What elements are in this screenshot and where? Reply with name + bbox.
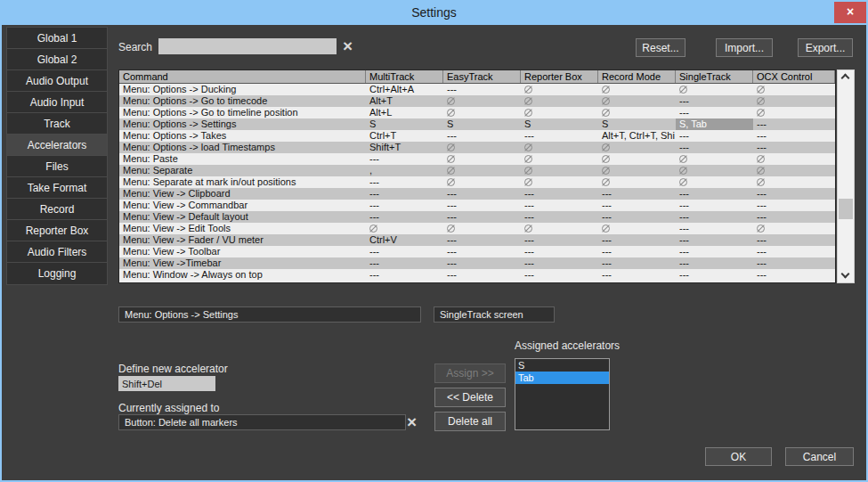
reset-button[interactable]: Reset... xyxy=(636,38,685,57)
table-cell[interactable]: Menu: Window -> Always on top xyxy=(119,269,366,281)
table-cell[interactable]: --- xyxy=(443,211,521,223)
assign-button[interactable]: Assign >> xyxy=(434,364,506,383)
table-cell[interactable]: --- xyxy=(521,200,598,211)
table-cell[interactable]: --- xyxy=(366,153,443,165)
table-cell[interactable]: --- xyxy=(443,188,521,200)
table-cell[interactable] xyxy=(676,84,753,95)
table-cell[interactable] xyxy=(598,223,676,234)
table-scrollbar[interactable] xyxy=(837,69,855,283)
table-cell[interactable]: --- xyxy=(753,234,835,246)
table-cell[interactable]: --- xyxy=(366,269,443,281)
table-cell[interactable]: --- xyxy=(676,130,753,142)
delete-button[interactable]: << Delete xyxy=(434,388,506,407)
define-accelerator-input[interactable] xyxy=(118,376,215,391)
table-cell[interactable]: --- xyxy=(598,246,676,257)
table-cell[interactable]: Alt+T xyxy=(366,95,443,107)
table-cell[interactable] xyxy=(521,223,598,234)
table-cell[interactable] xyxy=(443,153,521,165)
table-cell[interactable]: --- xyxy=(676,246,753,257)
table-cell[interactable]: --- xyxy=(598,257,676,269)
sidebar-item-track[interactable]: Track xyxy=(7,113,107,135)
scroll-down-button[interactable] xyxy=(838,269,854,282)
table-cell[interactable] xyxy=(753,107,835,118)
table-cell[interactable]: --- xyxy=(598,200,676,211)
table-cell[interactable]: --- xyxy=(521,234,598,246)
table-cell[interactable]: --- xyxy=(753,246,835,257)
table-cell[interactable] xyxy=(521,142,598,153)
table-cell[interactable]: --- xyxy=(366,188,443,200)
table-cell[interactable] xyxy=(598,165,676,176)
table-cell[interactable]: S xyxy=(598,118,676,130)
table-cell[interactable]: --- xyxy=(753,188,835,200)
search-input[interactable] xyxy=(158,38,337,54)
sidebar-item-audio-filters[interactable]: Audio Filters xyxy=(7,241,107,263)
assigned-accelerator-item[interactable]: S xyxy=(515,359,609,372)
table-cell[interactable] xyxy=(676,153,753,165)
table-cell[interactable] xyxy=(598,95,676,107)
table-cell[interactable]: --- xyxy=(598,188,676,200)
table-cell[interactable]: Menu: Separate at mark in/out positions xyxy=(119,176,366,188)
table-cell[interactable]: S, Tab xyxy=(676,118,753,130)
table-cell[interactable]: --- xyxy=(676,107,753,118)
table-cell[interactable]: --- xyxy=(753,269,835,281)
table-cell[interactable]: --- xyxy=(443,234,521,246)
table-cell[interactable]: --- xyxy=(753,211,835,223)
table-cell[interactable]: --- xyxy=(676,188,753,200)
sidebar-item-global-2[interactable]: Global 2 xyxy=(7,49,107,70)
table-cell[interactable] xyxy=(443,107,521,118)
table-cell[interactable]: --- xyxy=(366,211,443,223)
sidebar-item-audio-input[interactable]: Audio Input xyxy=(7,92,107,113)
table-cell[interactable]: Menu: View -> Default layout xyxy=(119,211,366,223)
table-cell[interactable] xyxy=(598,142,676,153)
delete-all-button[interactable]: Delete all xyxy=(434,412,506,431)
table-cell[interactable]: Alt+T, Ctrl+T, Shi xyxy=(598,130,676,142)
table-cell[interactable]: Menu: View -> Edit Tools xyxy=(119,223,366,234)
table-cell[interactable]: --- xyxy=(521,211,598,223)
table-cell[interactable]: --- xyxy=(443,130,521,142)
table-cell[interactable]: --- xyxy=(753,200,835,211)
table-cell[interactable]: --- xyxy=(521,130,598,142)
table-cell[interactable]: S xyxy=(443,118,521,130)
table-cell[interactable]: --- xyxy=(598,211,676,223)
table-cell[interactable] xyxy=(521,95,598,107)
table-cell[interactable] xyxy=(753,84,835,95)
table-cell[interactable]: Menu: View -> Fader / VU meter xyxy=(119,234,366,246)
sidebar-item-files[interactable]: Files xyxy=(7,156,107,177)
export-button[interactable]: Export... xyxy=(798,38,853,57)
table-cell[interactable] xyxy=(676,176,753,188)
sidebar-item-logging[interactable]: Logging xyxy=(7,263,107,284)
table-cell[interactable] xyxy=(753,95,835,107)
scrollbar-thumb[interactable] xyxy=(839,199,853,219)
table-cell[interactable] xyxy=(443,165,521,176)
cancel-button[interactable]: Cancel xyxy=(785,447,854,466)
table-cell[interactable]: --- xyxy=(443,269,521,281)
table-cell[interactable]: --- xyxy=(753,257,835,269)
table-cell[interactable] xyxy=(753,176,835,188)
table-cell[interactable]: --- xyxy=(676,142,753,153)
table-cell[interactable]: Ctrl+V xyxy=(366,234,443,246)
sidebar-item-record[interactable]: Record xyxy=(7,199,107,220)
table-cell[interactable]: --- xyxy=(521,188,598,200)
table-cell[interactable]: --- xyxy=(676,95,753,107)
table-cell[interactable]: Menu: View -> Toolbar xyxy=(119,246,366,257)
table-cell[interactable] xyxy=(443,223,521,234)
table-cell[interactable]: Shift+T xyxy=(366,142,443,153)
table-cell[interactable]: S xyxy=(521,118,598,130)
import-button[interactable]: Import... xyxy=(716,38,773,57)
table-cell[interactable]: --- xyxy=(753,118,835,130)
table-cell[interactable] xyxy=(598,176,676,188)
table-cell[interactable] xyxy=(443,142,521,153)
table-cell[interactable]: --- xyxy=(443,246,521,257)
table-cell[interactable]: --- xyxy=(753,142,835,153)
table-cell[interactable]: Menu: View -> Commandbar xyxy=(119,200,366,211)
table-cell[interactable]: --- xyxy=(676,269,753,281)
assigned-accelerator-item[interactable]: Tab xyxy=(515,372,609,384)
titlebar[interactable]: Settings xyxy=(2,2,866,25)
table-cell[interactable]: Menu: View -> Clipboard xyxy=(119,188,366,200)
table-cell[interactable]: Menu: Options -> Settings xyxy=(119,118,366,130)
table-cell[interactable]: --- xyxy=(521,269,598,281)
close-button[interactable]: × xyxy=(834,2,866,23)
table-cell[interactable]: Menu: Paste xyxy=(119,153,366,165)
table-cell[interactable]: --- xyxy=(521,257,598,269)
table-cell[interactable] xyxy=(366,223,443,234)
